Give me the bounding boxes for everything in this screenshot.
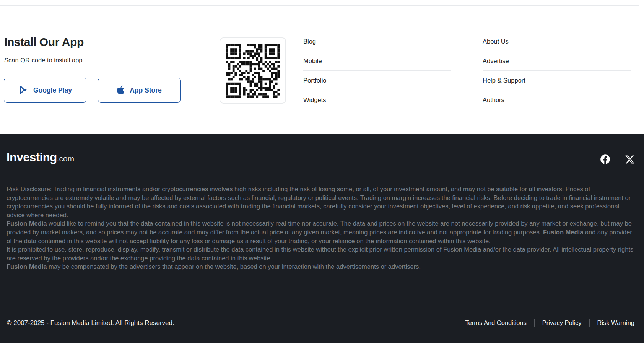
- brand-tld: .com: [57, 154, 75, 163]
- footer-links-column-2: About Us Advertise Help & Support Author…: [483, 32, 631, 110]
- legal-divider: [589, 319, 590, 327]
- page: Install Our App Scan QR code to install …: [0, 0, 644, 343]
- legal-divider: [636, 319, 636, 327]
- x-twitter-link[interactable]: [625, 154, 635, 166]
- store-buttons: Google Play App Store: [4, 78, 181, 103]
- link-mobile[interactable]: Mobile: [303, 51, 451, 71]
- qr-code: [220, 37, 286, 104]
- apple-icon: [117, 85, 125, 96]
- google-play-label: Google Play: [33, 86, 72, 94]
- app-store-label: App Store: [130, 86, 162, 94]
- link-portfolio[interactable]: Portfolio: [303, 71, 451, 90]
- site-footer: Investing.com Risk Disclosure:: [0, 134, 644, 343]
- disclaimer-paragraph: Fusion Media may be compensated by the a…: [7, 262, 634, 271]
- social-links: [600, 154, 635, 166]
- link-blog[interactable]: Blog: [303, 32, 451, 51]
- link-about-us[interactable]: About Us: [483, 32, 631, 51]
- google-play-icon: [18, 85, 28, 96]
- link-authors[interactable]: Authors: [483, 90, 631, 110]
- link-advertise[interactable]: Advertise: [483, 51, 631, 71]
- disclaimer-paragraph: Fusion Media would like to remind you th…: [7, 219, 634, 245]
- facebook-link[interactable]: [600, 154, 610, 166]
- risk-disclosure-text: Risk Disclosure: Trading in financial in…: [7, 185, 634, 271]
- google-play-button[interactable]: Google Play: [4, 78, 86, 103]
- legal-divider: [534, 319, 535, 327]
- terms-and-conditions-link[interactable]: Terms And Conditions: [465, 319, 527, 327]
- top-divider: [0, 5, 639, 6]
- x-twitter-icon: [625, 154, 635, 166]
- disclaimer-paragraph: Risk Disclosure: Trading in financial in…: [7, 185, 634, 219]
- install-app-title: Install Our App: [4, 36, 84, 49]
- copyright-text: © 2007-2025 - Fusion Media Limited. All …: [7, 319, 174, 327]
- disclaimer-paragraph: It is prohibited to use, store, reproduc…: [7, 245, 634, 262]
- footer-divider: [6, 300, 638, 300]
- facebook-icon: [600, 154, 610, 166]
- risk-warning-link[interactable]: Risk Warning: [597, 319, 635, 327]
- investing-logo[interactable]: Investing.com: [7, 151, 74, 164]
- footer-links-column-1: Blog Mobile Portfolio Widgets: [303, 32, 451, 110]
- app-store-button[interactable]: App Store: [98, 78, 181, 103]
- install-app-subtitle: Scan QR code to install app: [4, 57, 83, 64]
- vertical-divider: [200, 36, 200, 104]
- legal-links: Terms And Conditions Privacy Policy Risk…: [465, 319, 636, 327]
- link-widgets[interactable]: Widgets: [303, 90, 451, 110]
- brand-name: Investing: [7, 151, 57, 164]
- link-help-support[interactable]: Help & Support: [483, 71, 631, 90]
- privacy-policy-link[interactable]: Privacy Policy: [542, 319, 582, 327]
